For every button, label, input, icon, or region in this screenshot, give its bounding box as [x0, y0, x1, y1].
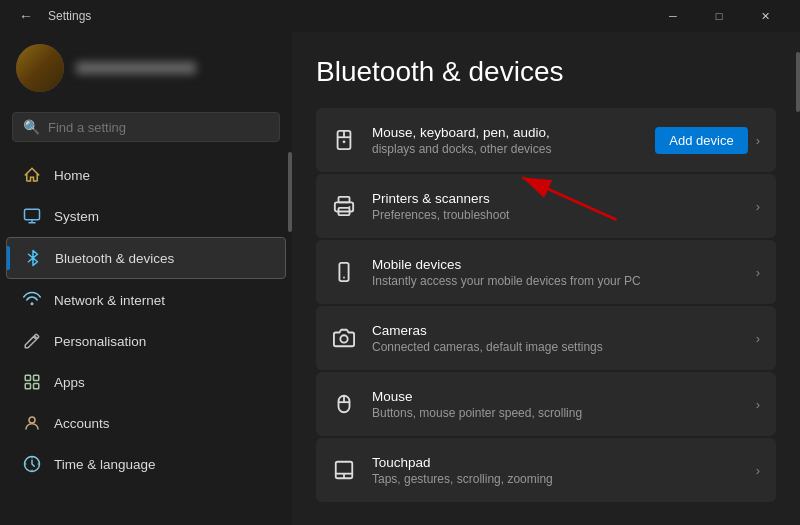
settings-item-mobile[interactable]: Mobile devices Instantly access your mob…	[316, 240, 776, 304]
settings-item-title: Mouse	[372, 389, 740, 404]
svg-rect-4	[25, 375, 30, 380]
svg-point-17	[349, 206, 351, 208]
minimize-button[interactable]: ─	[650, 0, 696, 32]
sidebar-item-personalisation[interactable]: Personalisation	[6, 321, 286, 361]
sidebar-item-accounts[interactable]: Accounts	[6, 403, 286, 443]
chevron-right-icon: ›	[756, 133, 760, 148]
sidebar-item-label: System	[54, 209, 99, 224]
sidebar-item-label: Personalisation	[54, 334, 146, 349]
content-area: Bluetooth & devices Mouse, keyboard, pen…	[292, 32, 800, 525]
user-section	[0, 32, 292, 104]
settings-item-desc: displays and docks, other devices	[372, 142, 639, 156]
mouse-icon	[332, 392, 356, 416]
touchpad-icon	[332, 458, 356, 482]
user-name	[76, 62, 196, 74]
time-icon	[22, 454, 42, 474]
chevron-right-icon: ›	[756, 199, 760, 214]
settings-list: Mouse, keyboard, pen, audio, displays an…	[316, 108, 776, 502]
svg-rect-0	[25, 209, 40, 220]
sidebar-item-label: Apps	[54, 375, 85, 390]
settings-item-desc: Preferences, troubleshoot	[372, 208, 740, 222]
settings-item-title: Printers & scanners	[372, 191, 740, 206]
search-box[interactable]: 🔍	[12, 112, 280, 142]
settings-item-cameras[interactable]: Cameras Connected cameras, default image…	[316, 306, 776, 370]
app-title: Settings	[48, 9, 91, 23]
personalisation-icon	[22, 331, 42, 351]
sidebar-item-system[interactable]: System	[6, 196, 286, 236]
nav-list: Home System Bluetooth & devices Network …	[0, 150, 292, 525]
network-icon	[22, 290, 42, 310]
svg-point-13	[343, 140, 346, 143]
chevron-right-icon: ›	[756, 331, 760, 346]
settings-item-title: Cameras	[372, 323, 740, 338]
settings-item-desc: Taps, gestures, scrolling, zooming	[372, 472, 740, 486]
settings-item-mouse-keyboard[interactable]: Mouse, keyboard, pen, audio, displays an…	[316, 108, 776, 172]
sidebar-item-network[interactable]: Network & internet	[6, 280, 286, 320]
avatar	[16, 44, 64, 92]
titlebar: ← Settings ─ □ ✕	[0, 0, 800, 32]
close-button[interactable]: ✕	[742, 0, 788, 32]
svg-rect-7	[34, 384, 39, 389]
chevron-right-icon: ›	[756, 397, 760, 412]
settings-item-title: Touchpad	[372, 455, 740, 470]
page-title: Bluetooth & devices	[316, 56, 776, 88]
settings-item-title: Mouse, keyboard, pen, audio,	[372, 125, 639, 140]
add-device-button[interactable]: Add device	[655, 127, 747, 154]
chevron-right-icon: ›	[756, 463, 760, 478]
mobile-icon	[332, 260, 356, 284]
system-icon	[22, 206, 42, 226]
sidebar-item-label: Time & language	[54, 457, 156, 472]
svg-point-19	[343, 277, 345, 279]
bluetooth-icon	[23, 248, 43, 268]
svg-rect-5	[34, 375, 39, 380]
svg-point-8	[29, 417, 35, 423]
sidebar-item-bluetooth[interactable]: Bluetooth & devices	[6, 237, 286, 279]
apps-icon	[22, 372, 42, 392]
settings-item-mouse[interactable]: Mouse Buttons, mouse pointer speed, scro…	[316, 372, 776, 436]
sidebar-item-label: Bluetooth & devices	[55, 251, 174, 266]
settings-item-desc: Buttons, mouse pointer speed, scrolling	[372, 406, 740, 420]
home-icon	[22, 165, 42, 185]
back-button[interactable]: ←	[12, 2, 40, 30]
sidebar-item-home[interactable]: Home	[6, 155, 286, 195]
sidebar-item-label: Network & internet	[54, 293, 165, 308]
sidebar-item-label: Home	[54, 168, 90, 183]
settings-item-printers[interactable]: Printers & scanners Preferences, trouble…	[316, 174, 776, 238]
accounts-icon	[22, 413, 42, 433]
cameras-icon	[332, 326, 356, 350]
settings-item-touchpad[interactable]: Touchpad Taps, gestures, scrolling, zoom…	[316, 438, 776, 502]
mouse-keyboard-icon	[332, 128, 356, 152]
settings-item-title: Mobile devices	[372, 257, 740, 272]
settings-item-desc: Instantly access your mobile devices fro…	[372, 274, 740, 288]
svg-rect-6	[25, 384, 30, 389]
sidebar-item-apps[interactable]: Apps	[6, 362, 286, 402]
svg-point-3	[31, 302, 34, 305]
sidebar-item-label: Accounts	[54, 416, 110, 431]
svg-point-20	[340, 335, 347, 342]
sidebar: 🔍 Home System Bluetooth & devices Networ…	[0, 32, 292, 525]
search-input[interactable]	[48, 120, 269, 135]
maximize-button[interactable]: □	[696, 0, 742, 32]
printers-icon	[332, 194, 356, 218]
sidebar-item-time[interactable]: Time & language	[6, 444, 286, 484]
settings-item-desc: Connected cameras, default image setting…	[372, 340, 740, 354]
chevron-right-icon: ›	[756, 265, 760, 280]
search-icon: 🔍	[23, 119, 40, 135]
